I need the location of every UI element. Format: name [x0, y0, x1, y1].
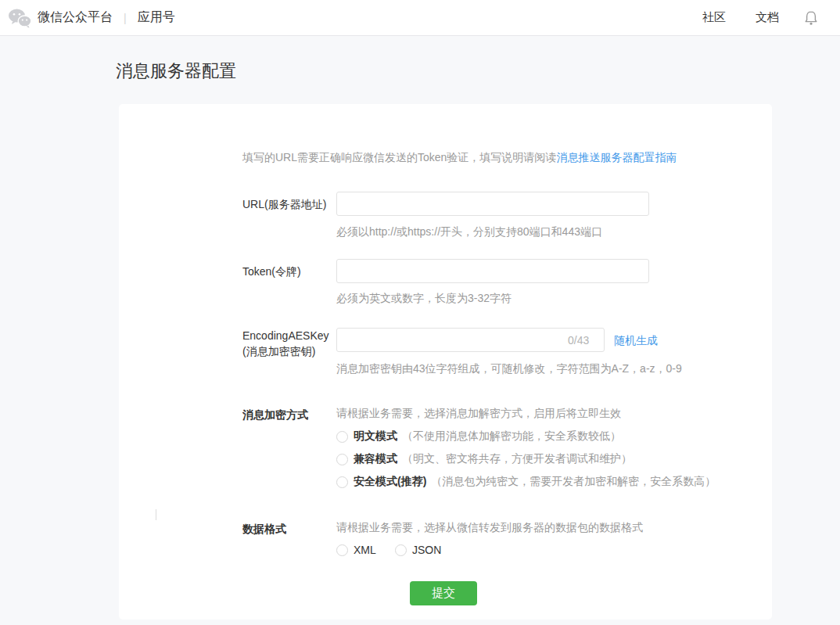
- intro-text: 填写的URL需要正确响应微信发送的Token验证，填写说明请阅读消息推送服务器配…: [242, 151, 677, 165]
- nav-docs-link[interactable]: 文档: [756, 10, 779, 25]
- stray-cursor-artifact: [156, 509, 156, 520]
- submit-button[interactable]: 提交: [410, 581, 477, 605]
- radio-circle-icon[interactable]: [336, 431, 348, 443]
- radio-option-name: XML: [354, 544, 376, 556]
- url-input[interactable]: [336, 192, 649, 216]
- aeskey-hint: 消息加密密钥由43位字符组成，可随机修改，字符范围为A-Z，a-z，0-9: [336, 362, 682, 376]
- aeskey-input[interactable]: [336, 328, 605, 352]
- aeskey-char-counter: 0/43: [568, 334, 589, 347]
- radio-option-desc: （消息包为纯密文，需要开发者加密和解密，安全系数高）: [431, 475, 716, 489]
- brand-divider: |: [124, 12, 127, 24]
- radio-plaintext-mode[interactable]: 明文模式 （不使用消息体加解密功能，安全系数较低）: [336, 429, 621, 444]
- radio-option-name: 明文模式: [354, 429, 397, 444]
- radio-circle-icon[interactable]: [336, 476, 348, 488]
- encrypt-mode-description: 请根据业务需要，选择消息加解密方式，启用后将立即生效: [336, 407, 621, 421]
- radio-option-name: JSON: [412, 544, 441, 556]
- aeskey-generate-link[interactable]: 随机生成: [614, 334, 658, 348]
- url-field-label: URL(服务器地址): [242, 196, 335, 212]
- radio-circle-icon[interactable]: [336, 454, 348, 465]
- config-guide-link[interactable]: 消息推送服务器配置指南: [556, 151, 677, 163]
- radio-xml[interactable]: XML: [336, 544, 376, 556]
- data-format-label: 数据格式: [242, 521, 335, 537]
- url-hint: 必须以http://或https://开头，分别支持80端口和443端口: [336, 225, 602, 239]
- aeskey-label-line1: EncodingAESKey: [242, 328, 335, 343]
- token-input[interactable]: [336, 259, 649, 283]
- radio-option-desc: （不使用消息体加解密功能，安全系数较低）: [402, 429, 621, 444]
- radio-option-desc: （明文、密文将共存，方便开发者调试和维护）: [402, 452, 632, 466]
- radio-option-name: 安全模式(推荐): [354, 475, 426, 489]
- header-nav: 社区 文档: [673, 10, 818, 26]
- aeskey-field-label: EncodingAESKey (消息加密密钥): [242, 328, 335, 359]
- page-title: 消息服务器配置: [116, 59, 236, 83]
- radio-secure-mode[interactable]: 安全模式(推荐) （消息包为纯密文，需要开发者加密和解密，安全系数高）: [336, 475, 716, 489]
- aeskey-label-line2: (消息加密密钥): [242, 343, 335, 359]
- nav-community-link[interactable]: 社区: [702, 10, 726, 25]
- radio-option-name: 兼容模式: [354, 452, 397, 466]
- data-format-description: 请根据业务需要，选择从微信转发到服务器的数据包的数据格式: [336, 521, 643, 535]
- product-name: 应用号: [138, 9, 175, 26]
- radio-json[interactable]: JSON: [395, 544, 441, 556]
- config-form-card: 填写的URL需要正确响应微信发送的Token验证，填写说明请阅读消息推送服务器配…: [119, 104, 772, 620]
- encrypt-mode-label: 消息加密方式: [242, 407, 335, 422]
- token-hint: 必须为英文或数字，长度为3-32字符: [336, 292, 512, 306]
- brand-title: 微信公众平台: [38, 9, 113, 26]
- radio-circle-icon[interactable]: [336, 544, 348, 556]
- notification-bell-icon[interactable]: [804, 10, 818, 26]
- token-field-label: Token(令牌): [242, 264, 335, 279]
- radio-compat-mode[interactable]: 兼容模式 （明文、密文将共存，方便开发者调试和维护）: [336, 452, 632, 466]
- intro-text-body: 填写的URL需要正确响应微信发送的Token验证，填写说明请阅读: [242, 151, 556, 163]
- wechat-logo-icon: [8, 8, 31, 28]
- radio-circle-icon[interactable]: [395, 544, 407, 556]
- top-header: 微信公众平台 | 应用号 社区 文档: [0, 0, 840, 36]
